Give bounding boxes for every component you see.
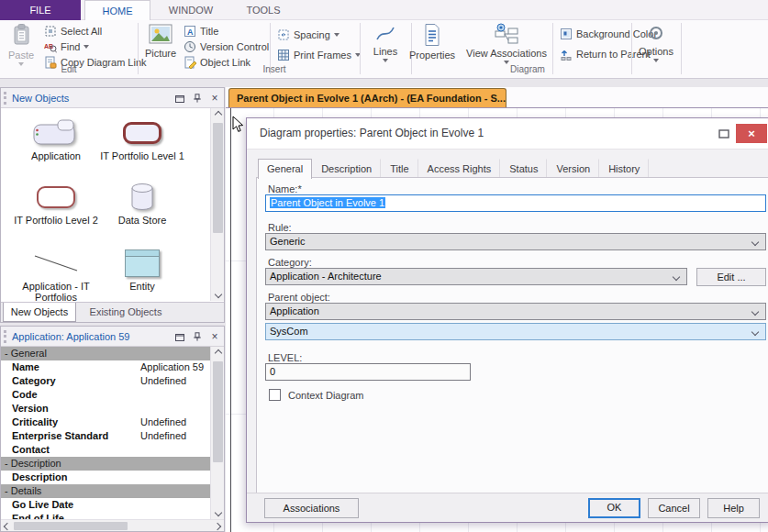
dropdown-arrow-icon bbox=[383, 59, 388, 62]
section-header[interactable]: - General bbox=[1, 347, 211, 360]
version-control-icon bbox=[184, 40, 196, 53]
selected-text: Parent Object in Evolve 1 bbox=[270, 197, 385, 208]
dialog-tab-description[interactable]: Description bbox=[312, 159, 381, 177]
dropdown-arrow-icon bbox=[653, 59, 659, 62]
scroll-left-icon[interactable] bbox=[4, 522, 11, 529]
stencil-item-data-store[interactable]: Data Store bbox=[100, 180, 184, 226]
tab-window[interactable]: WINDOW bbox=[154, 0, 228, 20]
insert-group-label: Insert bbox=[139, 64, 409, 75]
stencil-item-it-portfolio-level-2[interactable]: IT Portfolio Level 2 bbox=[14, 180, 98, 226]
close-icon[interactable]: × bbox=[736, 124, 767, 143]
stencil-item-application[interactable]: Application bbox=[14, 116, 98, 161]
object-panel-hscrollbar[interactable] bbox=[1, 519, 224, 531]
tab-file[interactable]: FILE bbox=[0, 0, 81, 20]
property-row[interactable]: NameApplication 59 bbox=[1, 360, 211, 374]
category-select[interactable]: Application - Architecture bbox=[265, 268, 687, 285]
scroll-right-icon[interactable] bbox=[214, 522, 221, 529]
document-tab[interactable]: Parent Object in Evolve 1 (AArch) - (EA … bbox=[228, 88, 506, 107]
property-row[interactable]: Contact bbox=[1, 443, 211, 457]
associations-button[interactable]: Associations bbox=[264, 498, 359, 518]
help-button[interactable]: Help bbox=[707, 498, 760, 518]
cancel-button[interactable]: Cancel bbox=[648, 498, 700, 518]
level-input[interactable]: 0 bbox=[265, 363, 471, 381]
new-objects-scrollbar[interactable] bbox=[210, 108, 224, 301]
find-button[interactable]: ABFind bbox=[44, 39, 89, 54]
panel-grip[interactable] bbox=[4, 330, 6, 343]
parent-object-select[interactable]: Application bbox=[265, 303, 766, 320]
scroll-thumb[interactable] bbox=[213, 123, 223, 233]
stencil-item-entity[interactable]: Entity bbox=[100, 246, 184, 292]
panel-close-icon[interactable]: × bbox=[208, 330, 221, 343]
property-row[interactable]: Version bbox=[1, 402, 211, 416]
tab-home[interactable]: HOME bbox=[84, 0, 150, 20]
dialog-title: Diagram properties: Parent Object in Evo… bbox=[260, 127, 484, 139]
chevron-down-icon bbox=[751, 238, 759, 246]
property-row[interactable]: CategoryUndefined bbox=[1, 374, 211, 388]
dialog-tab-general[interactable]: General bbox=[258, 159, 312, 179]
chevron-down-icon bbox=[751, 328, 759, 336]
stencil-item-it-portfolio-level-1[interactable]: IT Portfolio Level 1 bbox=[100, 116, 184, 161]
chevron-down-icon bbox=[751, 308, 759, 316]
tab-tools[interactable]: TOOLS bbox=[231, 0, 295, 20]
dropdown-arrow-icon bbox=[334, 33, 339, 37]
chevron-down-icon bbox=[673, 273, 680, 281]
dialog-tab-version[interactable]: Version bbox=[547, 159, 599, 177]
spacing-button[interactable]: Spacing bbox=[277, 28, 339, 42]
scroll-down-icon[interactable] bbox=[214, 509, 221, 516]
property-row[interactable]: Go Live Date bbox=[1, 498, 211, 512]
title-icon: A bbox=[184, 25, 196, 38]
dialog-tab-access-rights[interactable]: Access Rights bbox=[418, 159, 501, 177]
panel-float-icon[interactable] bbox=[173, 330, 186, 343]
scroll-up-icon[interactable] bbox=[214, 349, 221, 357]
tab-new-objects[interactable]: New Objects bbox=[3, 303, 76, 322]
section-header[interactable]: - Details bbox=[1, 484, 211, 498]
context-diagram-checkbox[interactable] bbox=[269, 389, 281, 401]
property-grid: - General NameApplication 59 CategoryUnd… bbox=[1, 347, 211, 519]
tab-existing-objects[interactable]: Existing Objects bbox=[78, 303, 173, 322]
edit-category-button[interactable]: Edit ... bbox=[696, 268, 766, 286]
clipboard-icon bbox=[2, 23, 40, 49]
portfolio-1-shape-icon bbox=[123, 122, 161, 144]
property-row[interactable]: Enterprise StandardUndefined bbox=[1, 429, 211, 443]
dialog-tab-status[interactable]: Status bbox=[500, 159, 547, 177]
property-row[interactable]: CriticalityUndefined bbox=[1, 416, 211, 429]
section-header[interactable]: - Description bbox=[1, 457, 211, 471]
property-row[interactable]: Description bbox=[1, 471, 211, 484]
scroll-up-icon[interactable] bbox=[214, 111, 221, 118]
dialog-tab-history[interactable]: History bbox=[599, 159, 649, 177]
dialog-title-bar[interactable]: Diagram properties: Parent Object in Evo… bbox=[247, 118, 768, 150]
panel-pin-icon[interactable] bbox=[191, 92, 204, 105]
title-button[interactable]: ATitle bbox=[184, 24, 218, 39]
parent-object-select-2[interactable]: SysCom bbox=[265, 323, 766, 340]
stencil-item-application-it-portfolios[interactable]: Application - IT Portfolios bbox=[14, 246, 98, 303]
new-objects-panel-title: New Objects × bbox=[1, 88, 224, 108]
dialog-tab-title[interactable]: Title bbox=[381, 159, 417, 177]
group-separator bbox=[138, 23, 139, 74]
panel-close-icon[interactable]: × bbox=[208, 92, 221, 105]
application-window: FILE HOME WINDOW TOOLS Paste Select All … bbox=[0, 0, 768, 532]
scroll-down-icon[interactable] bbox=[214, 291, 221, 298]
restore-icon[interactable] bbox=[718, 127, 730, 139]
stencil-tab-bar: New Objects Existing Objects bbox=[1, 302, 224, 322]
scroll-thumb[interactable] bbox=[14, 522, 128, 530]
object-panel-vscrollbar[interactable] bbox=[210, 347, 224, 519]
panel-grip[interactable] bbox=[4, 92, 6, 105]
rule-select[interactable]: Generic bbox=[265, 233, 766, 250]
print-frames-button[interactable]: Print Frames bbox=[277, 48, 361, 62]
mouse-cursor bbox=[231, 116, 243, 133]
ok-button[interactable]: OK bbox=[588, 498, 640, 518]
scroll-thumb[interactable] bbox=[213, 361, 223, 462]
dialog-general-page: Name:* Parent Object in Evolve 1 Rule: G… bbox=[256, 177, 768, 494]
options-icon bbox=[635, 23, 677, 45]
property-row[interactable]: End of Life bbox=[1, 512, 211, 519]
version-control-button[interactable]: Version Control bbox=[184, 39, 269, 54]
group-separator bbox=[681, 23, 682, 74]
edit-group-label: Edit bbox=[0, 64, 138, 75]
select-all-button[interactable]: Select All bbox=[44, 24, 102, 39]
object-panel-title: Application: Application 59 × bbox=[1, 327, 224, 347]
spacing-icon bbox=[277, 28, 290, 41]
panel-float-icon[interactable] bbox=[173, 92, 186, 105]
property-row[interactable]: Code bbox=[1, 388, 211, 402]
name-input[interactable]: Parent Object in Evolve 1 bbox=[265, 194, 766, 212]
panel-pin-icon[interactable] bbox=[191, 330, 204, 343]
